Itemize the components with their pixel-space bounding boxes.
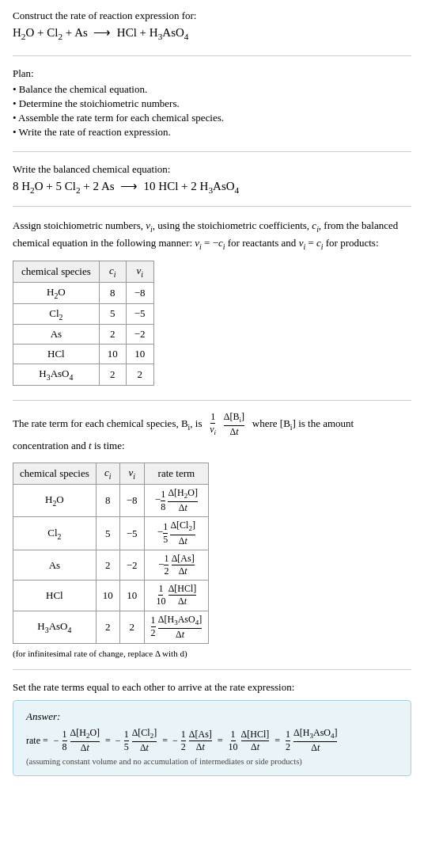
rt-vi-h3aso4: 2 <box>119 611 144 643</box>
species-as: As <box>13 325 100 345</box>
answer-section: Set the rate terms equal to each other t… <box>13 681 411 775</box>
table-row: As 2 −2 −12 Δ[As]Δt <box>13 550 209 580</box>
rt-ci-cl2: 5 <box>96 517 119 550</box>
main-reaction: H2O + Cl2 + As ⟶ HCl + H3AsO4 <box>13 25 411 41</box>
ci-cl2: 5 <box>99 303 126 325</box>
rt-species-cl2: Cl2 <box>13 517 97 550</box>
stoich-section: Assign stoichiometric numbers, νi, using… <box>13 218 411 401</box>
stoich-intro: Assign stoichiometric numbers, νi, using… <box>13 218 411 253</box>
rt-term-h3aso4: 12 Δ[H3AsO4]Δt <box>144 611 209 643</box>
species-h3aso4: H3AsO4 <box>13 364 100 386</box>
balanced-section: Write the balanced chemical equation: 8 … <box>13 163 411 207</box>
ci-h2o: 8 <box>99 283 126 304</box>
rt-vi-cl2: −5 <box>119 517 144 550</box>
ci-h3aso4: 2 <box>99 364 126 386</box>
rt-vi-as: −2 <box>119 550 144 580</box>
vi-cl2: −5 <box>126 303 153 325</box>
rate-expression: rate = −18 Δ[H2O]Δt = −15 Δ[Cl2]Δt = −12… <box>26 728 398 753</box>
answer-label: Answer: <box>26 710 398 723</box>
table-row: H3AsO4 2 2 <box>13 364 154 386</box>
vi-h3aso4: 2 <box>126 364 153 386</box>
plan-step-3: • Assemble the rate term for each chemic… <box>13 112 411 124</box>
table-row: H2O 8 −8 −18 Δ[H2O]Δt <box>13 484 209 516</box>
rate-col-species: chemical species <box>13 463 97 485</box>
table-row: HCl 10 10 <box>13 345 154 364</box>
table-row: Cl2 5 −5 <box>13 303 154 325</box>
plan-step-4: • Write the rate of reaction expression. <box>13 126 411 139</box>
table-row: H3AsO4 2 2 12 Δ[H3AsO4]Δt <box>13 611 209 643</box>
stoich-col-ci: ci <box>99 261 126 283</box>
stoich-col-vi: νi <box>126 261 153 283</box>
rt-term-hcl: 110 Δ[HCl]Δt <box>144 581 209 611</box>
plan-step-1: • Balance the chemical equation. <box>13 83 411 96</box>
plan-section: Plan: • Balance the chemical equation. •… <box>13 67 411 152</box>
rt-ci-as: 2 <box>96 550 119 580</box>
species-cl2: Cl2 <box>13 303 100 325</box>
table-row: As 2 −2 <box>13 325 154 345</box>
answer-box: Answer: rate = −18 Δ[H2O]Δt = −15 Δ[Cl2]… <box>13 700 411 775</box>
plan-step-2: • Determine the stoichiometric numbers. <box>13 97 411 110</box>
rt-ci-hcl: 10 <box>96 581 119 611</box>
rate-col-vi: νi <box>119 463 144 485</box>
rate-term-section: The rate term for each chemical species,… <box>13 412 411 670</box>
vi-as: −2 <box>126 325 153 345</box>
balanced-label: Write the balanced chemical equation: <box>13 163 411 176</box>
rate-table: chemical species ci νi rate term H2O 8 −… <box>13 463 209 644</box>
table-row: HCl 10 10 110 Δ[HCl]Δt <box>13 581 209 611</box>
rt-species-hcl: HCl <box>13 581 97 611</box>
rt-vi-h2o: −8 <box>119 484 144 516</box>
species-hcl: HCl <box>13 345 100 364</box>
rt-ci-h3aso4: 2 <box>96 611 119 643</box>
ci-as: 2 <box>99 325 126 345</box>
rt-species-as: As <box>13 550 97 580</box>
instruction-text: Construct the rate of reaction expressio… <box>13 10 411 22</box>
rt-term-as: −12 Δ[As]Δt <box>144 550 209 580</box>
header-section: Construct the rate of reaction expressio… <box>13 10 411 56</box>
balanced-equation: 8 H2O + 5 Cl2 + 2 As ⟶ 10 HCl + 2 H3AsO4 <box>13 179 411 195</box>
rate-col-ci: ci <box>96 463 119 485</box>
rate-term-formula: 1νi Δ[Bi]Δt <box>210 417 247 429</box>
stoich-col-species: chemical species <box>13 261 100 283</box>
assumption-text: (assuming constant volume and no accumul… <box>26 757 398 766</box>
table-row: Cl2 5 −5 −15 Δ[Cl2]Δt <box>13 517 209 550</box>
rt-vi-hcl: 10 <box>119 581 144 611</box>
rt-term-cl2: −15 Δ[Cl2]Δt <box>144 517 209 550</box>
rt-species-h2o: H2O <box>13 484 97 516</box>
infinitesimal-note: (for infinitesimal rate of change, repla… <box>13 649 411 658</box>
table-row: H2O 8 −8 <box>13 283 154 304</box>
species-h2o: H2O <box>13 283 100 304</box>
rate-col-term: rate term <box>144 463 209 485</box>
rt-term-h2o: −18 Δ[H2O]Δt <box>144 484 209 516</box>
set-equal-text: Set the rate terms equal to each other t… <box>13 681 411 694</box>
rt-ci-h2o: 8 <box>96 484 119 516</box>
rate-term-intro: The rate term for each chemical species,… <box>13 412 411 455</box>
stoich-table: chemical species ci νi H2O 8 −8 Cl2 5 −5… <box>13 261 154 385</box>
plan-label: Plan: <box>13 67 411 80</box>
vi-hcl: 10 <box>126 345 153 364</box>
ci-hcl: 10 <box>99 345 126 364</box>
rate-eq-line: rate = −18 Δ[H2O]Δt = −15 Δ[Cl2]Δt = −12… <box>26 728 398 753</box>
vi-h2o: −8 <box>126 283 153 304</box>
rate-word: rate = <box>26 731 48 750</box>
rt-species-h3aso4: H3AsO4 <box>13 611 97 643</box>
